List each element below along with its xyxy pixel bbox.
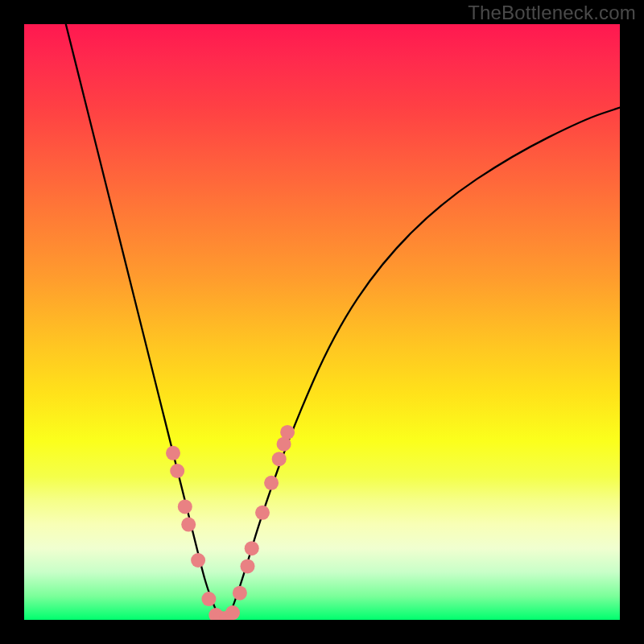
marker-dot: [264, 476, 279, 490]
plot-area: [24, 24, 620, 620]
marker-dot: [280, 425, 295, 440]
marker-dot: [255, 506, 270, 520]
curve-svg: [24, 24, 620, 620]
marker-dot: [201, 592, 216, 606]
marker-dot: [170, 464, 184, 478]
marker-dot: [241, 559, 255, 573]
marker-dot: [233, 586, 247, 601]
marker-dot: [191, 553, 205, 568]
highlight-markers: [166, 425, 295, 620]
marker-dot: [166, 446, 180, 460]
marker-dot: [181, 518, 196, 532]
bottleneck-curve: [66, 24, 620, 620]
marker-dot: [272, 452, 287, 466]
marker-dot: [245, 541, 259, 555]
marker-dot: [178, 499, 192, 514]
chart-frame: TheBottleneck.com: [0, 0, 644, 644]
watermark-text: TheBottleneck.com: [468, 2, 636, 24]
marker-dot: [225, 605, 240, 620]
